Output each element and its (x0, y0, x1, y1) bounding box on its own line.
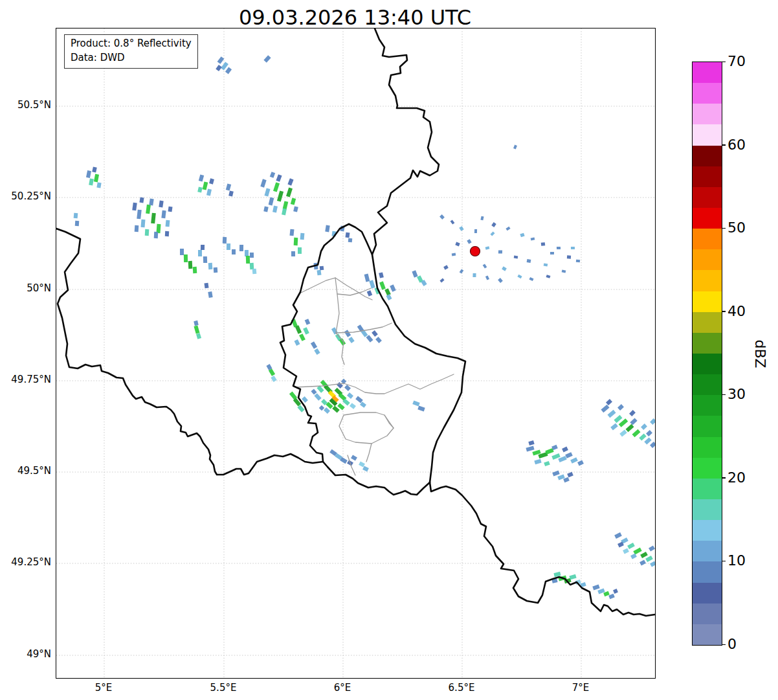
lat-tick-label: 49.75°N (1, 374, 51, 385)
colorbar-segment (693, 311, 722, 333)
radar-echo-cell (633, 548, 641, 555)
radar-echo-cell (348, 238, 353, 243)
canton-border (295, 374, 454, 394)
radar-echo-cell (311, 389, 317, 394)
radar-echo-cell (650, 561, 655, 567)
radar-echo-cell (96, 183, 101, 188)
radar-echo-cell (217, 56, 225, 64)
radar-echo-cell (287, 178, 293, 185)
radar-echo-cell (474, 229, 477, 233)
radar-echo-cell (298, 247, 302, 254)
colorbar-tick-mark (722, 62, 726, 63)
radar-echo-cell (645, 556, 653, 562)
radar-echo-cell (528, 440, 534, 446)
radar-echo-cell (364, 273, 370, 282)
radar-echo-cell (443, 265, 449, 269)
radar-echo-cell (225, 67, 232, 74)
radar-echo-cell (232, 249, 236, 254)
radar-echo-cell (305, 319, 311, 325)
colorbar-segment (693, 582, 722, 604)
lon-tick-label: 5.5°E (210, 682, 237, 694)
radar-echo-cell (184, 254, 188, 262)
radar-echo-cell (337, 382, 343, 389)
radar-echo-cell (159, 201, 163, 208)
canton-border (366, 444, 372, 462)
colorbar-segment (693, 436, 722, 458)
product-info-line: Product: 0.8° Reflectivity (71, 37, 192, 51)
radar-echo-cell (571, 247, 575, 249)
radar-echo-cell (295, 325, 302, 333)
colorbar-tick-mark (722, 144, 726, 146)
radar-echo-cell (168, 207, 172, 212)
radar-echo-cell (157, 224, 161, 233)
radar-echo-cell (300, 233, 305, 240)
radar-echo-cell (534, 459, 541, 465)
colorbar-segment (693, 520, 722, 541)
radar-echo-cell (366, 335, 373, 343)
colorbar-tick-mark (722, 394, 726, 396)
radar-echo-cell (226, 183, 231, 190)
radar-echo-cell (139, 198, 144, 203)
radar-echo-cell (439, 214, 445, 220)
radar-echo-cell (544, 263, 548, 266)
radar-echo-cell (576, 260, 580, 263)
radar-echo-cell (490, 231, 495, 236)
colorbar-segment (693, 624, 722, 645)
radar-map (56, 28, 655, 678)
colorbar-tick-label: 0 (728, 636, 737, 652)
radar-echo-cell (626, 424, 634, 432)
radar-echo-cell (529, 277, 533, 281)
radar-echo-cell (272, 205, 278, 212)
colorbar-segment (693, 541, 722, 562)
radar-echo-cell (544, 461, 550, 466)
lat-tick-label: 49°N (1, 648, 51, 660)
radar-echo-cell (601, 405, 609, 412)
radar-echo-cell (270, 172, 275, 178)
colorbar-tick-label: 10 (728, 552, 746, 569)
radar-echo-cell (194, 325, 199, 333)
radar-echo-cell (317, 270, 321, 276)
radar-echo-cell (203, 256, 207, 263)
radar-echo-cell (619, 430, 627, 437)
colorbar-tick-mark (722, 228, 726, 229)
colorbar-segment (693, 478, 722, 499)
radar-echo-cell (614, 415, 622, 423)
radar-echo-cell (417, 406, 425, 412)
radar-echo-cell (485, 275, 489, 280)
colorbar-segment (693, 332, 722, 354)
radar-echo-cell (491, 222, 496, 227)
radar-echo-cell (135, 225, 139, 232)
figure-title: 09.03.2026 13:40 UTC (56, 5, 654, 30)
radar-echo-cell (161, 210, 166, 219)
radar-echo-cell (472, 273, 476, 277)
radar-echo-cell (137, 210, 142, 220)
radar-echo-cell (347, 392, 353, 399)
radar-echo-cell (614, 532, 622, 539)
radar-echo-cell (550, 252, 554, 254)
radar-echo-cell (293, 206, 298, 212)
colorbar-segment (693, 603, 722, 624)
radar-figure: 09.03.2026 13:40 UTC Product: 0.8° Refle… (0, 0, 778, 700)
colorbar-segment (693, 124, 722, 146)
radar-echo-cell (567, 472, 573, 478)
radar-echo-cell (627, 543, 635, 549)
radar-echo-cell (355, 396, 363, 403)
radar-echo-cell (196, 333, 201, 339)
colorbar-segment (693, 499, 722, 521)
radar-echo-cell (514, 256, 518, 259)
radar-echo-cell (294, 238, 298, 245)
colorbar-tick-mark (722, 477, 726, 479)
colorbar-segment (693, 186, 722, 208)
radar-echo-cell (570, 457, 578, 464)
radar-echo-cell (166, 220, 170, 227)
radar-echo-cell (569, 574, 576, 580)
radar-echo-cell (246, 256, 250, 264)
radar-echo-cell (250, 263, 254, 269)
radar-echo-cell (467, 239, 471, 244)
colorbar-tick-mark (722, 644, 726, 646)
radar-echo-cell (644, 437, 651, 444)
radar-echo-cell (439, 278, 444, 283)
radar-echo-cell (350, 403, 356, 409)
radar-echo-cell (375, 337, 382, 343)
radar-echo-cell (197, 186, 203, 192)
